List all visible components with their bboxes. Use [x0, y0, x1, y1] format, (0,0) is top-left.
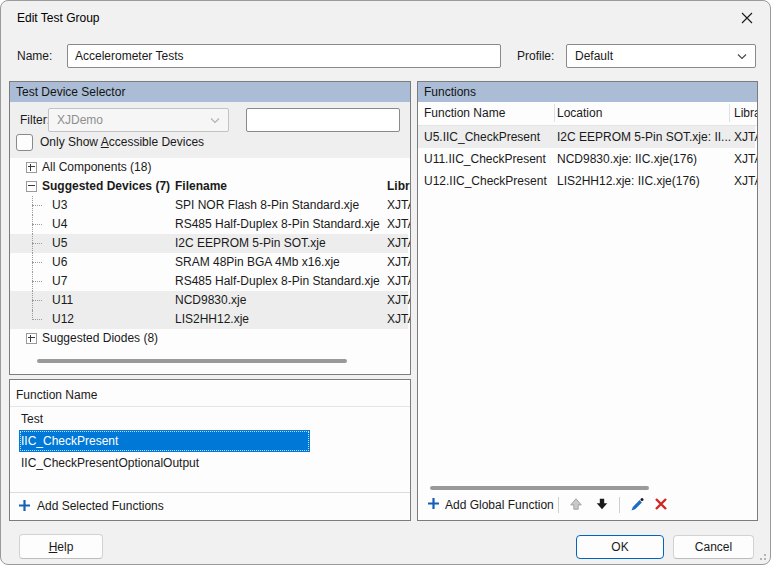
tree-node-suggested-diodes[interactable]: Suggested Diodes (8) — [10, 329, 408, 348]
function-list-item[interactable]: Test — [19, 408, 43, 430]
device-ref: U4 — [52, 215, 67, 234]
device-filename: SRAM 48Pin BGA 4Mb x16.xje — [175, 253, 340, 272]
function-name-cell: U12.IIC_CheckPresent — [424, 170, 547, 192]
device-ref: U6 — [52, 253, 67, 272]
profile-value: Default — [575, 49, 613, 63]
ok-button[interactable]: OK — [576, 535, 664, 559]
collapse-icon[interactable] — [26, 181, 37, 192]
device-library: XJTAG — [387, 272, 411, 291]
tree-connector-h — [32, 243, 42, 244]
function-list-item-label: IIC_CheckPresentOptionalOutput — [21, 456, 199, 470]
function-location-cell: LIS2HH12.xje: IIC.xje(176) — [557, 170, 700, 192]
tree-device-row[interactable]: U6 SRAM 48Pin BGA 4Mb x16.xje XJTAG — [10, 253, 408, 272]
function-name-cell: U11.IIC_CheckPresent — [424, 148, 546, 170]
delete-x-icon[interactable] — [654, 497, 668, 511]
tree-device-row[interactable]: U5 I2C EEPROM 5-Pin SOT.xje XJTAG — [10, 234, 408, 253]
filename-column-header: Filename — [175, 177, 227, 196]
functions-table-row[interactable]: U5.IIC_CheckPresent I2C EEPROM 5-Pin SOT… — [418, 126, 755, 148]
add-selected-functions-button[interactable]: Add Selected Functions — [37, 499, 164, 514]
panel-title: Functions — [418, 82, 757, 102]
column-separator[interactable] — [554, 104, 555, 122]
device-library: XJTAG — [387, 234, 411, 253]
tree-connector-h — [32, 224, 42, 225]
device-filename: LIS2HH12.xje — [175, 310, 249, 329]
tree-node-label: All Components (18) — [42, 158, 151, 177]
close-icon — [741, 12, 753, 24]
function-location-cell: NCD9830.xje: IIC.xje(176) — [557, 148, 697, 170]
function-list: Test IIC_CheckPresent IIC_CheckPresentOp… — [10, 408, 410, 474]
help-button[interactable]: Help — [19, 534, 103, 559]
device-rows: U3 SPI NOR Flash 8-Pin Standard.xje XJTA… — [10, 196, 410, 329]
plus-icon — [427, 497, 440, 510]
tree-device-row[interactable]: U7 RS485 Half-Duplex 8-Pin Standard.xje … — [10, 272, 408, 291]
horizontal-scrollbar[interactable] — [430, 486, 649, 490]
device-library: XJTAG — [387, 196, 411, 215]
only-show-accessible-label[interactable]: Only Show Accessible Devices — [40, 135, 204, 149]
test-device-selector-panel: Test Device Selector Filter: XJDemo Only… — [9, 81, 411, 375]
add-selected-functions-footer: Add Selected Functions — [10, 492, 410, 520]
function-list-item-label: Test — [21, 412, 43, 426]
tree-device-row[interactable]: U11 NCD9830.xje XJTAG — [10, 291, 408, 310]
tree-device-row[interactable]: U12 LIS2HH12.xje XJTAG — [10, 310, 408, 329]
device-library: XJTAG — [387, 253, 411, 272]
toolbar-separator — [619, 497, 620, 513]
filter-label: Filter: — [20, 113, 50, 127]
tree-connector-h — [32, 262, 42, 263]
function-library-cell: XJTAG — [734, 126, 758, 148]
device-ref: U5 — [52, 234, 67, 253]
expand-icon[interactable] — [26, 333, 37, 344]
device-ref: U7 — [52, 272, 67, 291]
device-filename: NCD9830.xje — [175, 291, 246, 310]
tree-node-suggested-devices[interactable]: Suggested Devices (7) Filename Library — [10, 177, 408, 196]
horizontal-scrollbar[interactable] — [37, 359, 347, 363]
tree-node-all-components[interactable]: All Components (18) — [10, 158, 408, 177]
column-header-library[interactable]: Library — [734, 106, 758, 120]
column-header-location[interactable]: Location — [557, 106, 602, 120]
profile-label: Profile: — [517, 49, 554, 63]
chevron-down-icon — [737, 53, 747, 60]
function-location-cell: I2C EEPROM 5-Pin SOT.xje: II... — [557, 126, 731, 148]
function-list-item[interactable]: IIC_CheckPresentOptionalOutput — [19, 452, 199, 474]
functions-panel: Functions Function Name Location Library… — [417, 81, 758, 521]
tree-node-label: Suggested Devices (7) — [42, 177, 170, 196]
column-header-function-name[interactable]: Function Name — [424, 106, 505, 120]
dialog-title: Edit Test Group — [17, 11, 100, 25]
device-library: XJTAG — [387, 291, 411, 310]
device-library: XJTAG — [387, 310, 411, 329]
move-up-icon[interactable] — [569, 497, 583, 511]
device-ref: U11 — [52, 291, 73, 310]
column-separator[interactable] — [729, 104, 730, 122]
functions-table-row[interactable]: U11.IIC_CheckPresent NCD9830.xje: IIC.xj… — [418, 148, 755, 170]
name-input[interactable] — [67, 44, 501, 68]
expand-icon[interactable] — [26, 162, 37, 173]
device-tree: All Components (18) Suggested Devices (7… — [10, 158, 410, 374]
filter-dropdown[interactable]: XJDemo — [48, 108, 229, 132]
profile-dropdown[interactable]: Default — [566, 44, 756, 68]
device-filename: SPI NOR Flash 8-Pin Standard.xje — [175, 196, 359, 215]
tree-node-label: Suggested Diodes (8) — [42, 329, 158, 348]
tree-device-row[interactable]: U3 SPI NOR Flash 8-Pin Standard.xje XJTA… — [10, 196, 408, 215]
name-label: Name: — [17, 49, 52, 63]
plus-icon — [18, 499, 31, 512]
tree-connector-h — [32, 205, 42, 206]
close-button[interactable] — [730, 5, 764, 31]
cancel-button[interactable]: Cancel — [673, 535, 754, 559]
only-show-accessible-checkbox[interactable] — [16, 134, 33, 151]
functions-rows: U5.IIC_CheckPresent I2C EEPROM 5-Pin SOT… — [418, 126, 757, 192]
function-list-item[interactable]: IIC_CheckPresent — [19, 430, 310, 452]
move-down-icon[interactable] — [595, 497, 609, 511]
add-global-function-button[interactable]: Add Global Function — [445, 498, 554, 513]
functions-table-header: Function Name Location Library — [418, 102, 757, 125]
tree-device-row[interactable]: U4 RS485 Half-Duplex 8-Pin Standard.xje … — [10, 215, 408, 234]
device-ref: U12 — [52, 310, 74, 329]
library-column-header: Library — [387, 177, 411, 196]
device-filename: RS485 Half-Duplex 8-Pin Standard.xje — [175, 272, 380, 291]
resize-grip[interactable] — [758, 552, 766, 560]
functions-table-row[interactable]: U12.IIC_CheckPresent LIS2HH12.xje: IIC.x… — [418, 170, 755, 192]
function-name-cell: U5.IIC_CheckPresent — [424, 126, 540, 148]
edit-pencil-icon[interactable] — [629, 497, 645, 513]
panel-title: Test Device Selector — [10, 82, 410, 102]
device-library: XJTAG — [387, 215, 411, 234]
filter-search-input[interactable] — [246, 108, 400, 132]
device-filename: I2C EEPROM 5-Pin SOT.xje — [175, 234, 326, 253]
